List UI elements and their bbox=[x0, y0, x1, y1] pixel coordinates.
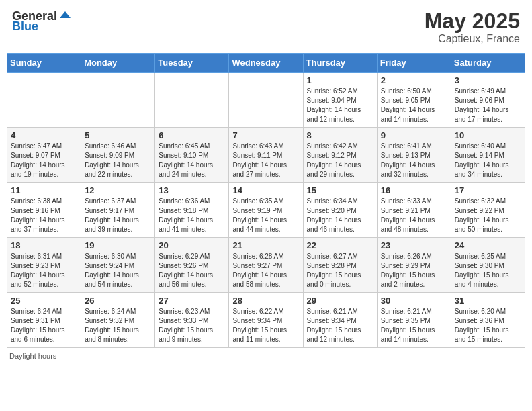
day-info: Sunrise: 6:52 AMSunset: 9:04 PMDaylight:… bbox=[307, 87, 373, 124]
page-header: General Blue May 2025 Captieux, France bbox=[7, 7, 525, 48]
day-number: 20 bbox=[159, 240, 225, 250]
day-info: Sunrise: 6:47 AMSunset: 9:07 PMDaylight:… bbox=[11, 142, 77, 179]
day-number: 5 bbox=[85, 130, 151, 140]
location-title: Captieux, France bbox=[425, 33, 520, 45]
day-number: 7 bbox=[232, 130, 299, 140]
table-row: 22Sunrise: 6:27 AMSunset: 9:28 PMDayligh… bbox=[303, 238, 377, 293]
table-row bbox=[7, 73, 81, 128]
day-info: Sunrise: 6:20 AMSunset: 9:36 PMDaylight:… bbox=[455, 307, 521, 345]
table-row: 30Sunrise: 6:21 AMSunset: 9:35 PMDayligh… bbox=[377, 293, 451, 348]
day-info: Sunrise: 6:21 AMSunset: 9:35 PMDaylight:… bbox=[381, 307, 447, 345]
day-info: Sunrise: 6:24 AMSunset: 9:31 PMDaylight:… bbox=[11, 307, 77, 345]
calendar-week-row: 25Sunrise: 6:24 AMSunset: 9:31 PMDayligh… bbox=[7, 293, 525, 348]
day-number: 8 bbox=[307, 130, 373, 140]
day-number: 1 bbox=[307, 75, 373, 85]
logo: General Blue bbox=[12, 9, 72, 34]
day-info: Sunrise: 6:30 AMSunset: 9:24 PMDaylight:… bbox=[85, 252, 151, 289]
table-row: 5Sunrise: 6:46 AMSunset: 9:09 PMDaylight… bbox=[81, 128, 155, 183]
table-row: 24Sunrise: 6:25 AMSunset: 9:30 PMDayligh… bbox=[451, 238, 525, 293]
table-row: 19Sunrise: 6:30 AMSunset: 9:24 PMDayligh… bbox=[81, 238, 155, 293]
day-info: Sunrise: 6:33 AMSunset: 9:21 PMDaylight:… bbox=[381, 197, 447, 234]
day-number: 13 bbox=[159, 185, 225, 195]
day-number: 27 bbox=[159, 295, 225, 306]
col-sunday: Sunday bbox=[7, 54, 81, 73]
table-row: 3Sunrise: 6:49 AMSunset: 9:06 PMDaylight… bbox=[451, 73, 525, 128]
day-number: 12 bbox=[85, 185, 151, 195]
table-row: 14Sunrise: 6:35 AMSunset: 9:19 PMDayligh… bbox=[229, 183, 303, 238]
col-thursday: Thursday bbox=[303, 54, 377, 73]
table-row: 13Sunrise: 6:36 AMSunset: 9:18 PMDayligh… bbox=[155, 183, 229, 238]
logo-icon bbox=[58, 9, 72, 22]
table-row: 28Sunrise: 6:22 AMSunset: 9:34 PMDayligh… bbox=[229, 293, 303, 348]
table-row: 25Sunrise: 6:24 AMSunset: 9:31 PMDayligh… bbox=[7, 293, 81, 348]
day-info: Sunrise: 6:24 AMSunset: 9:32 PMDaylight:… bbox=[85, 307, 151, 345]
day-number: 2 bbox=[381, 75, 447, 85]
svg-marker-0 bbox=[60, 11, 71, 18]
day-number: 17 bbox=[455, 185, 521, 195]
day-number: 6 bbox=[159, 130, 225, 140]
day-number: 18 bbox=[11, 240, 77, 250]
day-info: Sunrise: 6:29 AMSunset: 9:26 PMDaylight:… bbox=[159, 252, 225, 289]
day-number: 22 bbox=[307, 240, 373, 250]
table-row: 23Sunrise: 6:26 AMSunset: 9:29 PMDayligh… bbox=[377, 238, 451, 293]
table-row: 20Sunrise: 6:29 AMSunset: 9:26 PMDayligh… bbox=[155, 238, 229, 293]
month-title: May 2025 bbox=[425, 9, 520, 33]
calendar-week-row: 11Sunrise: 6:38 AMSunset: 9:16 PMDayligh… bbox=[7, 183, 525, 238]
day-info: Sunrise: 6:46 AMSunset: 9:09 PMDaylight:… bbox=[85, 142, 151, 179]
day-number: 10 bbox=[455, 130, 521, 140]
table-row: 12Sunrise: 6:37 AMSunset: 9:17 PMDayligh… bbox=[81, 183, 155, 238]
table-row: 31Sunrise: 6:20 AMSunset: 9:36 PMDayligh… bbox=[451, 293, 525, 348]
day-number: 19 bbox=[85, 240, 151, 250]
day-info: Sunrise: 6:49 AMSunset: 9:06 PMDaylight:… bbox=[455, 87, 521, 124]
footer-note: Daylight hours bbox=[7, 352, 525, 360]
col-saturday: Saturday bbox=[451, 54, 525, 73]
day-number: 3 bbox=[455, 75, 521, 85]
day-number: 21 bbox=[232, 240, 299, 250]
table-row: 6Sunrise: 6:45 AMSunset: 9:10 PMDaylight… bbox=[155, 128, 229, 183]
day-info: Sunrise: 6:50 AMSunset: 9:05 PMDaylight:… bbox=[381, 87, 447, 124]
calendar-header-row: Sunday Monday Tuesday Wednesday Thursday… bbox=[7, 54, 525, 73]
day-number: 4 bbox=[11, 130, 77, 140]
day-info: Sunrise: 6:38 AMSunset: 9:16 PMDaylight:… bbox=[11, 197, 77, 234]
calendar-week-row: 1Sunrise: 6:52 AMSunset: 9:04 PMDaylight… bbox=[7, 73, 525, 128]
day-info: Sunrise: 6:28 AMSunset: 9:27 PMDaylight:… bbox=[232, 252, 299, 289]
day-number: 15 bbox=[307, 185, 373, 195]
logo-blue-text: Blue bbox=[12, 19, 38, 34]
day-info: Sunrise: 6:42 AMSunset: 9:12 PMDaylight:… bbox=[307, 142, 373, 179]
day-info: Sunrise: 6:40 AMSunset: 9:14 PMDaylight:… bbox=[455, 142, 521, 179]
day-number: 24 bbox=[455, 240, 521, 250]
day-number: 14 bbox=[232, 185, 299, 195]
day-info: Sunrise: 6:43 AMSunset: 9:11 PMDaylight:… bbox=[232, 142, 299, 179]
day-number: 31 bbox=[455, 295, 521, 306]
table-row: 2Sunrise: 6:50 AMSunset: 9:05 PMDaylight… bbox=[377, 73, 451, 128]
calendar-week-row: 18Sunrise: 6:31 AMSunset: 9:23 PMDayligh… bbox=[7, 238, 525, 293]
table-row bbox=[155, 73, 229, 128]
table-row: 29Sunrise: 6:21 AMSunset: 9:34 PMDayligh… bbox=[303, 293, 377, 348]
table-row: 7Sunrise: 6:43 AMSunset: 9:11 PMDaylight… bbox=[229, 128, 303, 183]
table-row: 1Sunrise: 6:52 AMSunset: 9:04 PMDaylight… bbox=[303, 73, 377, 128]
day-info: Sunrise: 6:34 AMSunset: 9:20 PMDaylight:… bbox=[307, 197, 373, 234]
table-row: 17Sunrise: 6:32 AMSunset: 9:22 PMDayligh… bbox=[451, 183, 525, 238]
day-number: 30 bbox=[381, 295, 447, 306]
day-number: 25 bbox=[11, 295, 77, 306]
table-row bbox=[81, 73, 155, 128]
table-row: 15Sunrise: 6:34 AMSunset: 9:20 PMDayligh… bbox=[303, 183, 377, 238]
day-number: 26 bbox=[85, 295, 151, 306]
table-row: 11Sunrise: 6:38 AMSunset: 9:16 PMDayligh… bbox=[7, 183, 81, 238]
day-info: Sunrise: 6:27 AMSunset: 9:28 PMDaylight:… bbox=[307, 252, 373, 289]
day-number: 28 bbox=[232, 295, 299, 306]
daylight-hours-label: Daylight hours bbox=[9, 352, 56, 360]
table-row: 18Sunrise: 6:31 AMSunset: 9:23 PMDayligh… bbox=[7, 238, 81, 293]
table-row bbox=[229, 73, 303, 128]
calendar-table: Sunday Monday Tuesday Wednesday Thursday… bbox=[7, 53, 525, 348]
col-wednesday: Wednesday bbox=[229, 54, 303, 73]
day-info: Sunrise: 6:35 AMSunset: 9:19 PMDaylight:… bbox=[232, 197, 299, 234]
col-monday: Monday bbox=[81, 54, 155, 73]
day-info: Sunrise: 6:41 AMSunset: 9:13 PMDaylight:… bbox=[381, 142, 447, 179]
day-info: Sunrise: 6:32 AMSunset: 9:22 PMDaylight:… bbox=[455, 197, 521, 234]
day-info: Sunrise: 6:31 AMSunset: 9:23 PMDaylight:… bbox=[11, 252, 77, 289]
day-info: Sunrise: 6:23 AMSunset: 9:33 PMDaylight:… bbox=[159, 307, 225, 345]
calendar-week-row: 4Sunrise: 6:47 AMSunset: 9:07 PMDaylight… bbox=[7, 128, 525, 183]
table-row: 4Sunrise: 6:47 AMSunset: 9:07 PMDaylight… bbox=[7, 128, 81, 183]
day-number: 9 bbox=[381, 130, 447, 140]
